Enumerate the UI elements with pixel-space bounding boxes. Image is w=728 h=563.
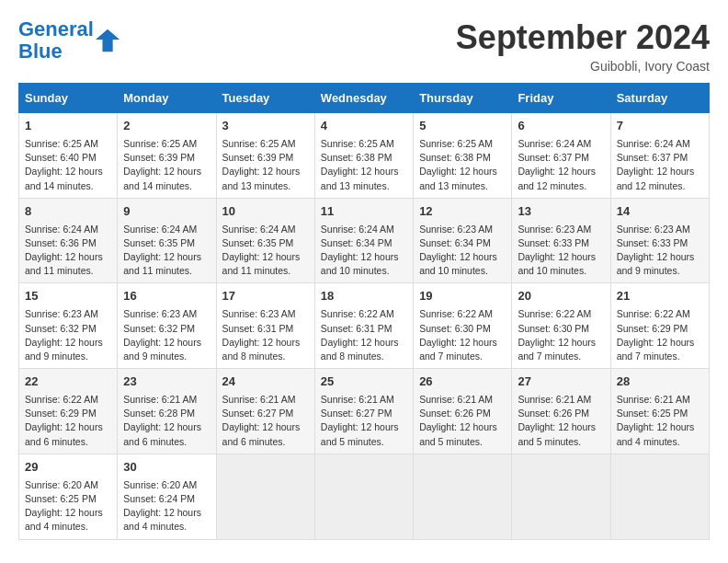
calendar-cell xyxy=(314,454,413,539)
calendar-cell: 24Sunrise: 6:21 AMSunset: 6:27 PMDayligh… xyxy=(216,369,314,454)
calendar-cell xyxy=(610,454,709,539)
calendar-cell: 3Sunrise: 6:25 AMSunset: 6:39 PMDaylight… xyxy=(216,113,314,199)
calendar-cell: 30Sunrise: 6:20 AMSunset: 6:24 PMDayligh… xyxy=(118,454,216,539)
location: Guibobli, Ivory Coast xyxy=(456,59,710,74)
calendar-cell: 20Sunrise: 6:22 AMSunset: 6:30 PMDayligh… xyxy=(512,283,610,369)
calendar-cell: 17Sunrise: 6:23 AMSunset: 6:31 PMDayligh… xyxy=(216,283,314,369)
title-area: September 2024 Guibobli, Ivory Coast xyxy=(456,18,710,74)
week-row: 8Sunrise: 6:24 AMSunset: 6:36 PMDaylight… xyxy=(19,198,710,283)
calendar-cell: 7Sunrise: 6:24 AMSunset: 6:37 PMDaylight… xyxy=(610,113,709,199)
calendar-cell xyxy=(414,454,512,539)
calendar-cell: 9Sunrise: 6:24 AMSunset: 6:35 PMDaylight… xyxy=(118,198,216,283)
calendar-cell: 5Sunrise: 6:25 AMSunset: 6:38 PMDaylight… xyxy=(414,113,512,199)
month-title: September 2024 xyxy=(456,18,710,57)
calendar-cell: 16Sunrise: 6:23 AMSunset: 6:32 PMDayligh… xyxy=(118,283,216,369)
svg-marker-0 xyxy=(96,29,119,52)
calendar-cell xyxy=(216,454,314,539)
calendar-cell: 26Sunrise: 6:21 AMSunset: 6:26 PMDayligh… xyxy=(414,369,512,454)
week-row: 29Sunrise: 6:20 AMSunset: 6:25 PMDayligh… xyxy=(19,454,710,539)
calendar-cell: 19Sunrise: 6:22 AMSunset: 6:30 PMDayligh… xyxy=(414,283,512,369)
calendar-cell: 21Sunrise: 6:22 AMSunset: 6:29 PMDayligh… xyxy=(610,283,709,369)
calendar-cell: 12Sunrise: 6:23 AMSunset: 6:34 PMDayligh… xyxy=(414,198,512,283)
calendar-cell: 13Sunrise: 6:23 AMSunset: 6:33 PMDayligh… xyxy=(512,198,610,283)
header-row: Sunday Monday Tuesday Wednesday Thursday… xyxy=(19,84,710,113)
col-thursday: Thursday xyxy=(414,84,512,113)
calendar-cell: 10Sunrise: 6:24 AMSunset: 6:35 PMDayligh… xyxy=(216,198,314,283)
col-friday: Friday xyxy=(512,84,610,113)
logo: General Blue xyxy=(18,18,121,63)
calendar-table: Sunday Monday Tuesday Wednesday Thursday… xyxy=(18,83,710,540)
page-header: General Blue September 2024 Guibobli, Iv… xyxy=(18,18,710,74)
calendar-cell: 23Sunrise: 6:21 AMSunset: 6:28 PMDayligh… xyxy=(118,369,216,454)
col-tuesday: Tuesday xyxy=(216,84,314,113)
logo-icon xyxy=(96,28,121,53)
calendar-cell: 2Sunrise: 6:25 AMSunset: 6:39 PMDaylight… xyxy=(118,113,216,199)
calendar-cell: 6Sunrise: 6:24 AMSunset: 6:37 PMDaylight… xyxy=(512,113,610,199)
calendar-cell: 22Sunrise: 6:22 AMSunset: 6:29 PMDayligh… xyxy=(19,369,118,454)
week-row: 22Sunrise: 6:22 AMSunset: 6:29 PMDayligh… xyxy=(19,369,710,454)
calendar-cell: 14Sunrise: 6:23 AMSunset: 6:33 PMDayligh… xyxy=(610,198,709,283)
col-monday: Monday xyxy=(118,84,216,113)
col-wednesday: Wednesday xyxy=(314,84,413,113)
calendar-cell: 28Sunrise: 6:21 AMSunset: 6:25 PMDayligh… xyxy=(610,369,709,454)
col-saturday: Saturday xyxy=(610,84,709,113)
calendar-cell: 15Sunrise: 6:23 AMSunset: 6:32 PMDayligh… xyxy=(19,283,118,369)
col-sunday: Sunday xyxy=(19,84,118,113)
calendar-cell: 1Sunrise: 6:25 AMSunset: 6:40 PMDaylight… xyxy=(19,113,118,199)
week-row: 1Sunrise: 6:25 AMSunset: 6:40 PMDaylight… xyxy=(19,113,710,199)
calendar-cell xyxy=(512,454,610,539)
calendar-cell: 29Sunrise: 6:20 AMSunset: 6:25 PMDayligh… xyxy=(19,454,118,539)
calendar-cell: 25Sunrise: 6:21 AMSunset: 6:27 PMDayligh… xyxy=(314,369,413,454)
calendar-cell: 8Sunrise: 6:24 AMSunset: 6:36 PMDaylight… xyxy=(19,198,118,283)
calendar-cell: 11Sunrise: 6:24 AMSunset: 6:34 PMDayligh… xyxy=(314,198,413,283)
calendar-cell: 4Sunrise: 6:25 AMSunset: 6:38 PMDaylight… xyxy=(314,113,413,199)
calendar-cell: 27Sunrise: 6:21 AMSunset: 6:26 PMDayligh… xyxy=(512,369,610,454)
calendar-cell: 18Sunrise: 6:22 AMSunset: 6:31 PMDayligh… xyxy=(314,283,413,369)
week-row: 15Sunrise: 6:23 AMSunset: 6:32 PMDayligh… xyxy=(19,283,710,369)
